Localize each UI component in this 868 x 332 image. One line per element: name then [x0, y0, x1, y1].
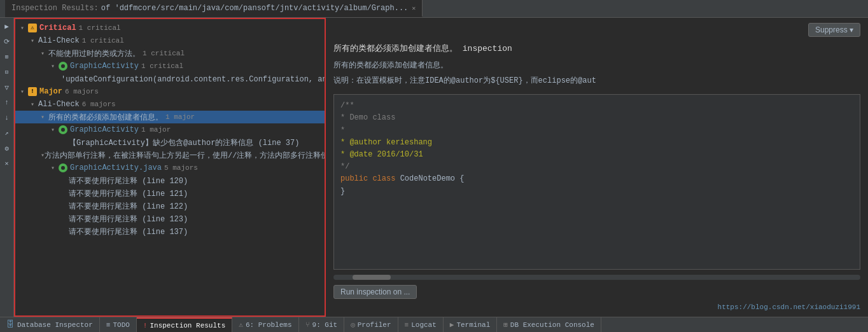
url-container: https://blog.csdn.net/xiaoduzi1991	[333, 303, 860, 312]
scrollbar[interactable]	[333, 275, 860, 280]
tree-node-ali-check-1[interactable]: Ali-Check 1 critical	[15, 34, 325, 47]
database-inspector-icon: 🗄	[6, 320, 15, 329]
status-tab-inspection-results[interactable]: ! Inspection Results	[137, 317, 232, 332]
code-line-3: *	[340, 125, 853, 137]
deprecated-count: 1 critical	[143, 50, 185, 57]
expand-button[interactable]: ⊞	[1, 51, 13, 62]
code-line-8: }	[340, 186, 853, 198]
status-tab-problems[interactable]: ⚠ 6: Problems	[232, 317, 298, 332]
tree-node-update-config[interactable]: 'updateConfiguration(android.content.res…	[15, 73, 325, 85]
tree-node-line121[interactable]: 请不要使用行尾注释 (line 121)	[15, 187, 325, 200]
tree-node-inline-comment[interactable]: 方法内部单行注释，在被注释语句上方另起一行，使用//注释，方法内部多行注释使用/…	[15, 149, 325, 162]
tree-node-line120[interactable]: 请不要使用行尾注释 (line 120)	[15, 174, 325, 187]
arrow-deprecated	[41, 50, 48, 57]
graphic-2-count: 1 major	[141, 126, 171, 134]
status-tab-git[interactable]: ⑂ 9: Git	[299, 317, 345, 332]
tree-node-line123[interactable]: 请不要使用行尾注释 (line 123)	[15, 212, 325, 225]
export-button[interactable]: ↗	[1, 127, 13, 139]
run-inspection-button[interactable]: Run inspection on ...	[333, 285, 417, 299]
status-tab-terminal[interactable]: ▶ Terminal	[444, 317, 497, 332]
run-button[interactable]: ▶	[1, 20, 13, 32]
status-tab-profiler[interactable]: ◎ Profiler	[344, 317, 398, 332]
code-line-1: /**	[340, 100, 853, 112]
scrollbar-thumb[interactable]	[353, 275, 391, 280]
graphic-java-label: GraphicActivity.java	[70, 163, 162, 172]
line122-label: 请不要使用行尾注释 (line 122)	[69, 201, 188, 212]
arrow-graphic-2	[51, 126, 59, 134]
ali-check-1-label: Ali-Check	[38, 36, 80, 45]
settings-button[interactable]: ⚙	[1, 142, 13, 154]
update-config-label: 'updateConfiguration(android.content.res…	[61, 74, 325, 85]
problems-icon: ⚠	[239, 321, 243, 329]
terminal-icon: ▶	[450, 321, 454, 329]
up-button[interactable]: ↑	[1, 97, 13, 108]
close-panel-button[interactable]: ✕	[1, 158, 13, 169]
url-text: https://blog.csdn.net/xiaoduzi1991	[718, 303, 860, 311]
tree-node-major[interactable]: ! Major 6 majors	[15, 85, 325, 98]
status-tab-database-inspector[interactable]: 🗄 Database Inspector	[0, 317, 100, 332]
collapse-button[interactable]: ⊟	[1, 66, 13, 78]
line137-label: 请不要使用行尾注释 (line 137)	[69, 226, 188, 237]
right-header: Suppress ▾	[333, 23, 860, 37]
git-icon: ⑂	[305, 321, 310, 329]
down-button[interactable]: ↓	[1, 112, 13, 123]
arrow-graphic-java	[51, 164, 59, 172]
tree-node-graphic-java[interactable]: GraphicActivity.java 5 majors	[15, 162, 325, 174]
tab-bar: Inspection Results: of 'ddfmcore/src/mai…	[0, 0, 868, 18]
tree-node-deprecated[interactable]: 不能使用过时的类或方法。 1 critical	[15, 47, 325, 60]
ali-check-2-count: 6 majors	[82, 100, 116, 108]
tree-node-add-author[interactable]: 所有的类都必须添加创建者信息。 1 major	[15, 111, 325, 123]
major-label: Major	[39, 87, 62, 96]
tree-node-critical[interactable]: ⚠ Critical 1 critical	[15, 22, 325, 34]
status-tab-db-execution[interactable]: ⊞ DB Execution Console	[497, 317, 601, 332]
left-toolbar: ▶ ⟳ ⊞ ⊟ ▽ ↑ ↓ ↗ ⚙ ✕	[0, 18, 14, 317]
tree-node-graphic-1[interactable]: GraphicActivity 1 critical	[15, 60, 325, 73]
filter-button[interactable]: ▽	[1, 81, 13, 93]
add-author-count: 1 major	[165, 113, 195, 121]
arrow-ali-check-1	[31, 37, 38, 45]
ali-check-2-label: Ali-Check	[38, 100, 80, 109]
critical-count: 1 critical	[79, 24, 121, 32]
status-tab-todo[interactable]: ≡ TODO	[100, 317, 137, 332]
code-line-2: * Demo class	[340, 112, 853, 124]
status-bar: 🗄 Database Inspector ≡ TODO ! Inspection…	[0, 317, 868, 332]
code-block: /** * Demo class * * @author kerieshang …	[333, 94, 860, 270]
inspection-tree[interactable]: ⚠ Critical 1 critical Ali-Check 1 critic…	[15, 19, 325, 315]
tab-label-prefix: Inspection Results:	[11, 4, 99, 13]
tree-node-line122[interactable]: 请不要使用行尾注释 (line 122)	[15, 200, 325, 212]
line123-label: 请不要使用行尾注释 (line 123)	[69, 214, 188, 225]
arrow-ali-check-2	[31, 100, 38, 108]
description-body: 所有的类都必须添加创建者信息。	[333, 60, 860, 71]
graphic-java-count: 5 majors	[164, 164, 198, 172]
line120-label: 请不要使用行尾注释 (line 120)	[69, 176, 188, 186]
code-line-5: * @date 2016/10/31	[340, 149, 853, 161]
database-inspector-label: Database Inspector	[17, 321, 93, 329]
inspection-results-label: Inspection Results	[150, 322, 225, 329]
inline-comment-label: 方法内部单行注释，在被注释语句上方另起一行，使用//注释，方法内部多行注释使用/…	[45, 150, 325, 161]
git-label: 9: Git	[312, 321, 338, 329]
rerun-button[interactable]: ⟳	[1, 36, 13, 47]
graphic-2-label: GraphicActivity	[70, 125, 139, 134]
inspection-tree-panel: ⚠ Critical 1 critical Ali-Check 1 critic…	[14, 18, 326, 317]
code-line-6: */	[340, 161, 853, 173]
db-execution-label: DB Execution Console	[510, 321, 594, 329]
todo-label: TODO	[113, 321, 129, 329]
arrow-critical	[20, 24, 28, 32]
tree-node-line137[interactable]: 请不要使用行尾注释 (line 137)	[15, 225, 325, 238]
status-tab-logcat[interactable]: ≡ Logcat	[398, 317, 444, 332]
profiler-label: Profiler	[358, 321, 391, 329]
suppress-button[interactable]: Suppress ▾	[808, 23, 860, 37]
inspection-results-icon: !	[143, 322, 148, 329]
tab-close-btn[interactable]: ✕	[412, 4, 416, 12]
right-panel: Suppress ▾ 所有的类都必须添加创建者信息。 inspection 所有…	[326, 18, 868, 317]
description-note: 说明：在设置模板时，注意IDEA的@author为${USER}，而eclips…	[333, 75, 860, 86]
logcat-label: Logcat	[411, 321, 437, 329]
main-area: ▶ ⟳ ⊞ ⊟ ▽ ↑ ↓ ↗ ⚙ ✕ ⚠ Critical 1 critica…	[0, 18, 868, 317]
arrow-graphic-1	[51, 62, 59, 70]
tree-node-missing-author[interactable]: 【GraphicActivity】缺少包含@author的注释信息 (line …	[15, 136, 325, 149]
line121-label: 请不要使用行尾注释 (line 121)	[69, 188, 188, 199]
tree-node-ali-check-2[interactable]: Ali-Check 6 majors	[15, 98, 325, 111]
main-tab[interactable]: Inspection Results: of 'ddfmcore/src/mai…	[5, 0, 423, 17]
tree-node-graphic-2[interactable]: GraphicActivity 1 major	[15, 123, 325, 136]
terminal-label: Terminal	[456, 321, 490, 329]
